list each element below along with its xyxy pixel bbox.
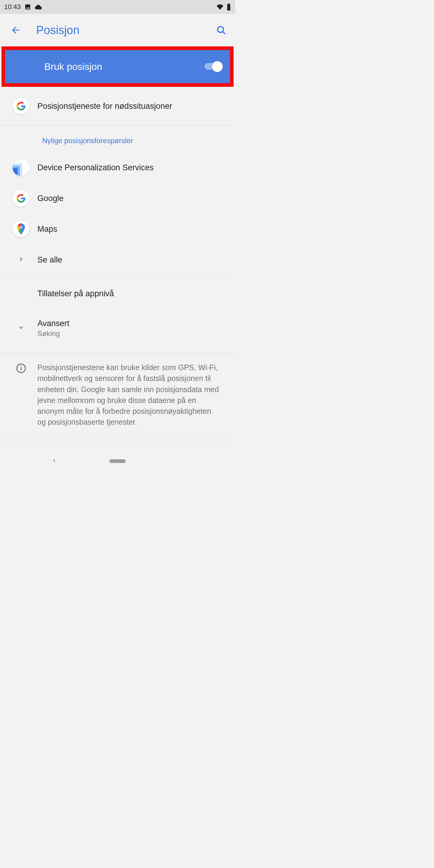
search-button[interactable]	[212, 25, 230, 36]
svg-line-1	[223, 32, 225, 34]
app-label: Maps	[37, 224, 225, 234]
status-time: 10:43	[4, 3, 21, 11]
app-permissions-row[interactable]: Tillatelser på appnivå	[0, 276, 235, 312]
info-text: Posisjonstjenestene kan bruke kilder som…	[37, 362, 230, 428]
advanced-title: Avansert	[37, 319, 225, 328]
app-row-google[interactable]: Google	[0, 183, 235, 214]
svg-point-2	[20, 226, 23, 228]
app-permissions-label: Tillatelser på appnivå	[37, 289, 225, 299]
battery-icon	[227, 3, 231, 10]
app-label: Google	[37, 194, 225, 203]
advanced-row[interactable]: Avansert Søking	[0, 312, 235, 345]
use-location-switch[interactable]	[205, 61, 223, 72]
info-row: Posisjonstjenestene kan bruke kilder som…	[0, 353, 235, 440]
back-button[interactable]	[5, 25, 27, 36]
divider	[0, 440, 235, 440]
svg-point-0	[218, 27, 224, 33]
nav-home-pill[interactable]	[110, 459, 126, 463]
chevron-right-icon	[17, 255, 25, 264]
appbar: Posisjon	[0, 14, 235, 46]
google-icon	[13, 190, 30, 207]
see-all-row[interactable]: Se alle	[0, 244, 235, 275]
see-all-label: Se alle	[37, 255, 225, 265]
use-location-row[interactable]: Bruk posisjon	[5, 50, 230, 83]
info-icon	[16, 363, 26, 428]
advanced-subtitle: Søking	[37, 330, 225, 338]
emergency-location-label: Posisjonstjeneste for nødssituasjoner	[37, 101, 225, 111]
recent-requests-header: Nylige posisjonsforespørsler	[0, 126, 235, 152]
emergency-location-row[interactable]: Posisjonstjeneste for nødssituasjoner	[0, 87, 235, 125]
cloud-icon	[35, 4, 42, 10]
google-g-icon	[13, 98, 30, 115]
image-icon	[24, 4, 31, 10]
highlight-box: Bruk posisjon	[1, 46, 234, 87]
nav-back-button[interactable]	[51, 458, 57, 465]
svg-point-5	[21, 366, 22, 367]
app-row-maps[interactable]: Maps	[0, 214, 235, 244]
page-title: Posisjon	[27, 24, 212, 37]
statusbar: 10:43	[0, 0, 235, 14]
dps-icon	[13, 159, 30, 176]
app-row-dps[interactable]: Device Personalization Services	[0, 152, 235, 183]
navbar	[0, 452, 235, 470]
use-location-label: Bruk posisjon	[44, 61, 205, 72]
maps-icon	[13, 221, 30, 238]
wifi-icon	[216, 4, 224, 10]
app-label: Device Personalization Services	[37, 163, 225, 173]
chevron-down-icon	[17, 324, 25, 333]
